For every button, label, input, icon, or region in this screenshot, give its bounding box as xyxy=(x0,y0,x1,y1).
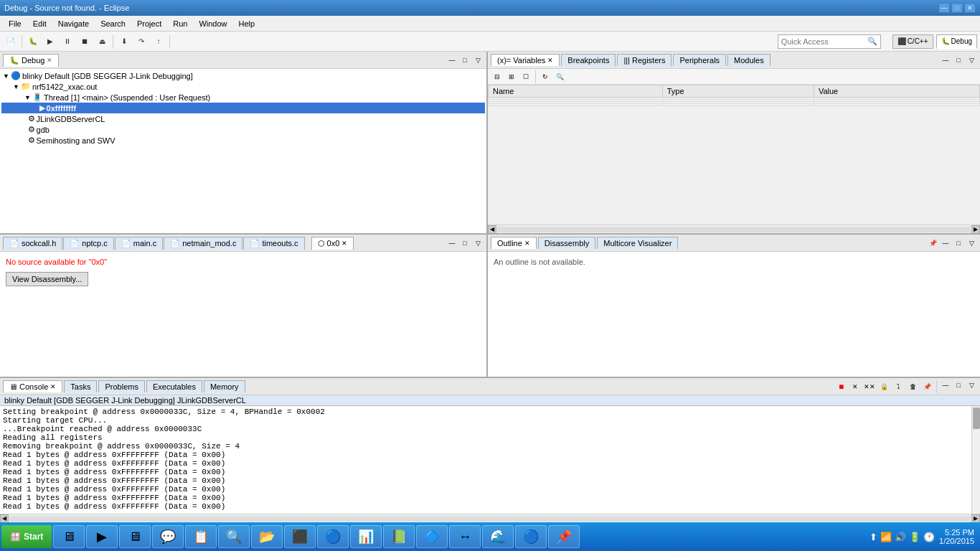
tree-row-gdb[interactable]: ⚙ gdb xyxy=(1,124,485,135)
var-maximize[interactable]: □ xyxy=(953,55,964,65)
taskbar-app-4[interactable]: 📋 xyxy=(185,525,217,548)
maximize-btn[interactable]: □ xyxy=(951,3,963,13)
tab-executables[interactable]: Executables xyxy=(146,380,202,392)
clock-icon[interactable]: 🕐 xyxy=(923,532,935,542)
toolbar-step-return[interactable]: ↑ xyxy=(151,34,166,50)
taskbar-app-1[interactable]: ▶ xyxy=(86,525,118,548)
expand-nrf[interactable]: ▼ xyxy=(13,83,19,90)
debug-minimize[interactable]: — xyxy=(446,55,458,65)
outline-maximize[interactable]: □ xyxy=(953,238,964,248)
toolbar-step-into[interactable]: ⬇ xyxy=(116,34,132,50)
tab-modules[interactable]: Modules xyxy=(727,54,771,66)
console-scroll-end[interactable]: ⤵ xyxy=(892,380,905,393)
menu-help[interactable]: Help xyxy=(233,18,261,29)
taskbar-app-14[interactable]: 🔵 xyxy=(515,525,547,548)
volume-icon[interactable]: 🔊 xyxy=(895,532,906,542)
menu-search[interactable]: Search xyxy=(95,18,131,29)
tree-row-nrf[interactable]: ▼ 📁 nrf51422_xxac.out xyxy=(1,81,485,92)
battery-icon[interactable]: 🔋 xyxy=(909,532,920,542)
var-view-menu[interactable]: ▽ xyxy=(966,55,977,65)
outline-pin[interactable]: 📌 xyxy=(927,238,938,248)
taskbar-app-7[interactable]: ⬛ xyxy=(284,525,316,548)
console-clear[interactable]: 🗑 xyxy=(906,380,919,393)
tab-memory[interactable]: Memory xyxy=(204,380,245,392)
tab-console[interactable]: 🖥 Console ✕ xyxy=(3,380,62,392)
minimize-btn[interactable]: — xyxy=(938,3,950,13)
editor-tab-disasm[interactable]: ⬡ 0x0 ✕ xyxy=(311,237,354,250)
console-terminate-btn[interactable]: ✕ xyxy=(849,380,862,393)
toolbar-suspend[interactable]: ⏸ xyxy=(60,34,75,50)
show-desktop-icon[interactable]: ⬆ xyxy=(870,532,877,542)
var-minimize[interactable]: — xyxy=(940,55,951,65)
console-minimize[interactable]: — xyxy=(940,380,951,390)
toolbar-run[interactable]: ▶ xyxy=(42,34,58,50)
taskbar-app-0[interactable]: 🖥 xyxy=(53,525,85,548)
taskbar-app-10[interactable]: 📗 xyxy=(383,525,415,548)
outline-minimize[interactable]: — xyxy=(940,238,951,248)
tab-registers[interactable]: ||| Registers xyxy=(617,54,672,66)
toolbar-new[interactable]: 📄 xyxy=(3,34,19,50)
menu-run[interactable]: Run xyxy=(167,18,193,29)
var-refresh[interactable]: ↻ xyxy=(539,70,552,83)
console-scroll-lock[interactable]: 🔒 xyxy=(877,380,890,393)
toolbar-search[interactable]: 🔍 xyxy=(778,34,881,49)
debug-tab[interactable]: 🐛 Debug ✕ xyxy=(3,54,59,67)
tab-variables[interactable]: (x)= Variables ✕ xyxy=(491,54,560,66)
var-row-4[interactable] xyxy=(489,104,980,106)
menu-project[interactable]: Project xyxy=(131,18,167,29)
tab-peripherals[interactable]: Peripherals xyxy=(673,54,726,66)
editor-minimize[interactable]: — xyxy=(446,238,458,248)
console-view-menu[interactable]: ▽ xyxy=(966,380,977,390)
editor-tab-netmain[interactable]: 📄 netmain_mod.c xyxy=(164,237,242,250)
editor-view-menu[interactable]: ▽ xyxy=(472,238,484,248)
var-select-all[interactable]: ☐ xyxy=(519,70,532,83)
expand-thread[interactable]: ▼ xyxy=(24,94,31,101)
start-button[interactable]: 🪟 Start xyxy=(1,525,52,548)
variables-tab-close[interactable]: ✕ xyxy=(547,57,553,64)
tab-breakpoints[interactable]: Breakpoints xyxy=(561,54,616,66)
menu-window[interactable]: Window xyxy=(193,18,232,29)
taskbar-app-9[interactable]: 📊 xyxy=(350,525,382,548)
editor-tab-main[interactable]: 📄 main.c xyxy=(115,237,163,250)
tab-disassembly[interactable]: Disassembly xyxy=(538,237,595,249)
console-scrollbar-thumb[interactable] xyxy=(973,408,980,429)
perspective-cpp[interactable]: ⬛ C/C++ xyxy=(892,34,933,49)
tree-row-semi[interactable]: ⚙ Semihosting and SWV xyxy=(1,135,485,146)
view-disasm-button[interactable]: View Disassembly... xyxy=(6,272,88,286)
var-expand-all[interactable]: ⊞ xyxy=(505,70,518,83)
close-btn[interactable]: ✕ xyxy=(964,3,976,13)
menu-edit[interactable]: Edit xyxy=(27,18,52,29)
hscroll-track[interactable] xyxy=(497,227,971,232)
quick-access-input[interactable] xyxy=(781,37,867,46)
taskbar-app-3[interactable]: 💬 xyxy=(152,525,184,548)
console-hscroll-left[interactable]: ◀ xyxy=(0,514,9,523)
debug-tab-close[interactable]: ✕ xyxy=(47,57,52,64)
tree-row-addr[interactable]: ▶ 0xffffffff xyxy=(1,103,485,113)
outline-tab-close[interactable]: ✕ xyxy=(524,240,530,247)
console-maximize[interactable]: □ xyxy=(953,380,964,390)
var-filter[interactable]: 🔍 xyxy=(553,70,566,83)
taskbar-app-12[interactable]: ↔ xyxy=(449,525,481,548)
editor-tab-sockcall[interactable]: 📄 sockcall.h xyxy=(3,237,62,250)
console-hscroll-track[interactable] xyxy=(9,516,971,522)
tab-problems[interactable]: Problems xyxy=(98,380,144,392)
var-collapse-all[interactable]: ⊟ xyxy=(491,70,504,83)
toolbar-stop[interactable]: ⏹ xyxy=(77,34,93,50)
console-remove-btn[interactable]: ✕✕ xyxy=(863,380,876,393)
outline-view-menu[interactable]: ▽ xyxy=(966,238,977,248)
toolbar-disconnect[interactable]: ⏏ xyxy=(94,34,110,50)
hscroll-left[interactable]: ◀ xyxy=(488,225,496,234)
console-pin[interactable]: 📌 xyxy=(920,380,933,393)
taskbar-app-15[interactable]: 📌 xyxy=(548,525,580,548)
var-horiz-scroll[interactable]: ◀ ▶ xyxy=(488,225,980,233)
menu-navigate[interactable]: Navigate xyxy=(52,18,95,29)
taskbar-app-11[interactable]: 🔷 xyxy=(416,525,448,548)
editor-maximize[interactable]: □ xyxy=(459,238,471,248)
hscroll-right[interactable]: ▶ xyxy=(971,225,980,234)
taskbar-app-2[interactable]: 🖥 xyxy=(119,525,151,548)
tree-row-blinky[interactable]: ▼ 🔵 blinky Default [GDB SEGGER J-Link De… xyxy=(1,70,485,81)
expand-blinky[interactable]: ▼ xyxy=(3,72,9,80)
tab-outline[interactable]: Outline ✕ xyxy=(491,237,537,249)
taskbar-app-5[interactable]: 🔍 xyxy=(218,525,250,548)
taskbar-app-6[interactable]: 📂 xyxy=(251,525,283,548)
